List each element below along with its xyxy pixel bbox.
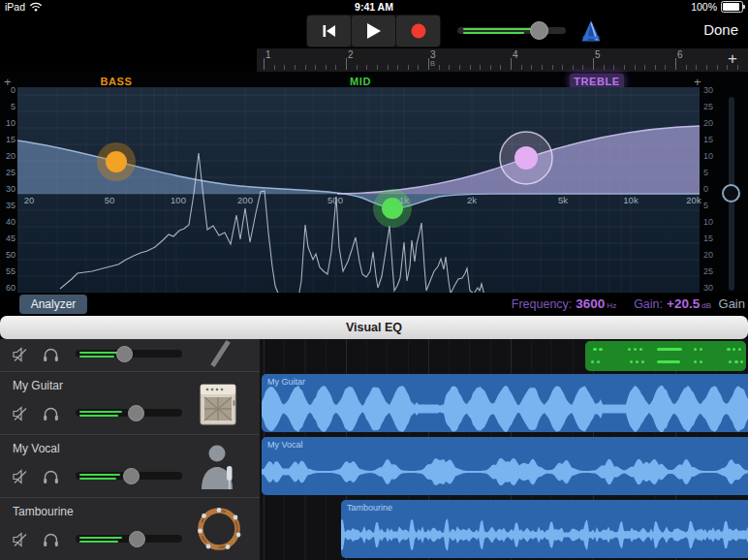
headphones-icon[interactable] <box>43 406 59 421</box>
track-header-keyboard[interactable] <box>0 339 260 371</box>
analyzer-button[interactable]: Analyzer <box>19 295 87 314</box>
track-header-column: My Guitar <box>0 339 260 560</box>
treble-handle <box>514 146 538 170</box>
axis-label: 30 <box>703 85 723 95</box>
timeline-ruler[interactable]: 1 2 3 4 5 6 B + <box>257 48 748 72</box>
axis-label: 20 <box>703 250 723 260</box>
record-icon <box>411 23 426 39</box>
gain-slider-knob[interactable] <box>722 184 740 202</box>
clock: 9:41 AM <box>0 1 748 13</box>
freq-label: 10k <box>623 195 638 205</box>
bass-band-label[interactable]: BASS <box>68 76 165 87</box>
mute-icon[interactable] <box>13 406 29 421</box>
midi-notes <box>585 341 746 371</box>
battery-percent: 100% <box>691 1 717 13</box>
gain-slider-label: Gain <box>719 296 745 311</box>
axis-label: 10 <box>1 118 16 128</box>
audio-waveform <box>262 437 748 495</box>
track-name: Tambourine <box>13 505 74 518</box>
frequency-readout: Frequency:3600Hz <box>512 296 616 311</box>
mid-band-label[interactable]: MID <box>312 76 409 87</box>
metronome-icon[interactable] <box>580 19 602 43</box>
volume-knob[interactable] <box>530 21 548 40</box>
done-button[interactable]: Done <box>703 21 738 38</box>
axis-label: 25 <box>1 168 16 177</box>
track-name: My Guitar <box>13 379 63 392</box>
headphones-icon[interactable] <box>43 532 59 547</box>
transport-controls <box>306 15 441 47</box>
freq-label: 500 <box>327 195 343 205</box>
axis-label: 5 <box>703 201 723 210</box>
axis-label: 10 <box>703 151 723 161</box>
tambourine-icon[interactable] <box>195 505 243 553</box>
add-bars-button[interactable]: + <box>728 49 737 69</box>
region-label: Tambourine <box>347 503 392 513</box>
axis-label: 50 <box>1 250 16 260</box>
freq-label: 20 <box>24 195 35 205</box>
eq-bottom-bar: Analyzer Frequency:3600Hz Gain:+20.5dB G… <box>0 293 748 316</box>
headphones-icon[interactable] <box>43 469 59 484</box>
play-button[interactable] <box>352 16 395 47</box>
mute-icon[interactable] <box>13 469 29 484</box>
track-header-my-vocal[interactable]: My Vocal <box>0 434 260 497</box>
axis-label: 10 <box>703 217 723 227</box>
rewind-button[interactable] <box>307 16 351 47</box>
axis-label: 35 <box>1 201 16 210</box>
track-header-my-guitar[interactable]: My Guitar <box>0 371 260 434</box>
axis-label: 20 <box>703 118 723 128</box>
region-label: My Guitar <box>267 377 305 387</box>
mute-icon[interactable] <box>13 347 29 362</box>
axis-label: 60 <box>1 283 16 293</box>
track-volume-knob[interactable] <box>116 346 133 362</box>
region-label: My Vocal <box>267 440 303 450</box>
axis-label: 15 <box>1 135 16 144</box>
mute-icon[interactable] <box>13 532 29 547</box>
status-bar: iPad 9:41 AM 100% <box>0 0 748 15</box>
track-volume-knob[interactable] <box>128 405 144 421</box>
track-volume-knob[interactable] <box>129 531 145 547</box>
region-my-vocal[interactable]: My Vocal <box>262 437 748 495</box>
region-tambourine[interactable]: Tambourine <box>341 500 748 558</box>
axis-label: 25 <box>703 266 723 276</box>
volume-level-line <box>463 32 524 34</box>
bass-handle <box>106 151 127 172</box>
battery-icon <box>721 1 743 13</box>
eq-plot[interactable] <box>17 87 700 302</box>
visual-eq-title-bar[interactable]: Visual EQ <box>0 316 748 339</box>
rewind-icon <box>322 24 337 38</box>
track-volume-knob[interactable] <box>123 468 140 484</box>
gain-readout: Gain:+20.5dB <box>634 296 711 311</box>
visual-eq-panel: + + BASS MID TREBLE <box>0 72 748 316</box>
volume-level-line <box>463 28 531 30</box>
tracks-area: My Guitar <box>0 339 748 560</box>
axis-label: 0 <box>1 85 16 95</box>
audio-waveform <box>341 500 748 558</box>
record-button[interactable] <box>396 16 440 47</box>
freq-label: 200 <box>237 195 253 205</box>
region-keyboard-midi[interactable] <box>585 341 746 371</box>
bar-number: 6 <box>677 49 683 60</box>
instrument-icon-partial[interactable] <box>210 340 231 367</box>
bar-number: 2 <box>348 49 354 60</box>
region-my-guitar[interactable]: My Guitar <box>262 374 748 432</box>
axis-label: 30 <box>703 283 723 293</box>
axis-label: 20 <box>1 151 16 161</box>
guitar-amp-icon[interactable] <box>196 381 240 427</box>
vocalist-icon[interactable] <box>198 443 240 489</box>
headphones-icon[interactable] <box>43 347 59 362</box>
freq-label: 2k <box>467 195 477 205</box>
track-header-tambourine[interactable]: Tambourine <box>0 497 260 560</box>
axis-label: 25 <box>703 102 723 111</box>
freq-label: 5k <box>558 195 568 205</box>
eq-readout: Frequency:3600Hz Gain:+20.5dB <box>512 296 711 311</box>
bar-number: 1 <box>265 49 271 60</box>
freq-label: 20k <box>686 195 701 205</box>
axis-label: 15 <box>703 233 723 243</box>
play-icon <box>366 23 381 39</box>
bar-number: 4 <box>513 49 518 60</box>
ruler-ticks <box>257 48 748 72</box>
axis-label: 15 <box>703 135 723 144</box>
eq-curves <box>17 87 700 302</box>
axis-label: 55 <box>1 266 16 276</box>
section-label: B <box>430 59 435 68</box>
